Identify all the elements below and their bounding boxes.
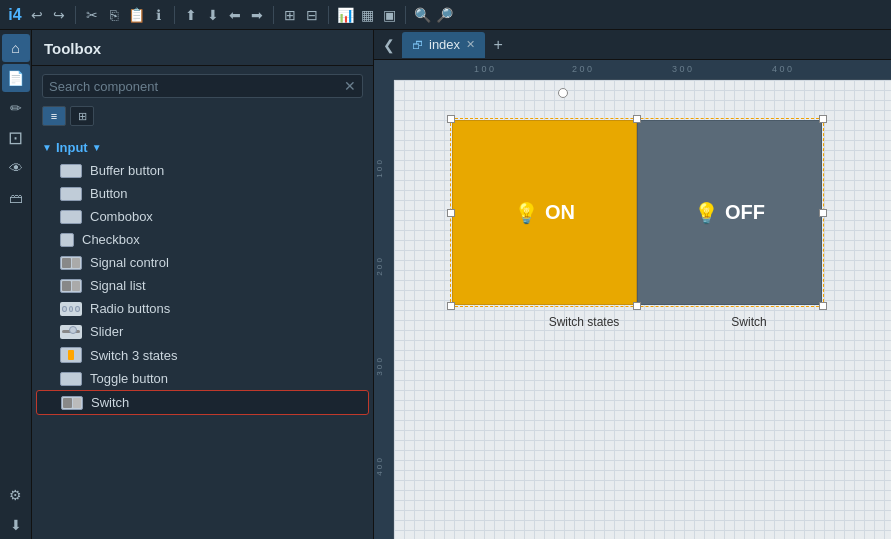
canvas-switch-states-label: Switch states [504,315,664,329]
canvas-content[interactable]: 💡 ON 💡 OFF [394,80,891,539]
group-input-header[interactable]: ▼ Input ▼ [32,134,373,159]
toggle-button-label: Toggle button [90,371,168,386]
list-item-combobox[interactable]: Combobox [32,205,373,228]
search-clear-button[interactable]: ✕ [344,78,356,94]
switch-icon [61,396,83,410]
list-item-signal-list[interactable]: Signal list [32,274,373,297]
combobox-icon [60,210,82,224]
list-item-slider[interactable]: Slider [32,320,373,343]
ruler-label-v400: 4 0 0 [375,458,384,476]
bar-button[interactable]: ▦ [358,6,376,24]
list-item-radio-buttons[interactable]: Radio buttons [32,297,373,320]
sidebar-item-download[interactable]: ⬇ [2,511,30,539]
ruler-top: 1 0 0 2 0 0 3 0 0 4 0 0 [394,60,891,80]
tab-index-icon: 🗗 [412,39,423,51]
sidebar-item-edit[interactable]: ✏ [2,94,30,122]
ruler-label-v200: 2 0 0 [375,258,384,276]
main-area: ⌂ 📄 ✏ ⊡ 👁 🗃 ⚙ ⬇ Toolbox ✕ ≡ ⊞ ▼ Input ▼ [0,30,891,539]
tab-index-label: index [429,37,460,52]
sep1 [75,6,76,24]
ruler-label-100: 1 0 0 [474,64,494,74]
paste-button[interactable]: 📋 [127,6,145,24]
switch-on-label: 💡 ON [514,201,575,225]
list-item-signal-control[interactable]: Signal control [32,251,373,274]
tab-back-button[interactable]: ❮ [378,34,400,56]
combobox-label: Combobox [90,209,153,224]
group-input-dropdown: ▼ [92,142,102,153]
list-item-button[interactable]: Button [32,182,373,205]
canvas-wrapper: 1 0 0 2 0 0 3 0 0 4 0 0 1 0 0 2 0 0 3 0 … [374,60,891,539]
grid-view-button[interactable]: ⊞ [70,106,94,126]
copy-button[interactable]: ⎘ [105,6,123,24]
top-toolbar: i4 ↩ ↪ ✂ ⎘ 📋 ℹ ⬆ ⬇ ⬅ ➡ ⊞ ⊟ 📊 ▦ ▣ 🔍 🔎 [0,0,891,30]
list-item-switch[interactable]: Switch [36,390,369,415]
group-input-label: Input [56,140,88,155]
app-logo: i4 [6,6,24,24]
switch-off-component[interactable]: 💡 OFF [637,120,822,305]
switch-on-text: ON [545,201,575,224]
toolbox-panel: Toolbox ✕ ≡ ⊞ ▼ Input ▼ Buffer button [32,30,374,539]
list-item-checkbox[interactable]: Checkbox [32,228,373,251]
signal-control-icon [60,256,82,270]
signal-control-label: Signal control [90,255,169,270]
frame-button[interactable]: ▣ [380,6,398,24]
search-area: ✕ [32,66,373,106]
sep3 [273,6,274,24]
signal-list-label: Signal list [90,278,146,293]
view-toggle: ≡ ⊞ [32,106,373,134]
cut-button[interactable]: ✂ [83,6,101,24]
checkbox-label: Checkbox [82,232,140,247]
zoom-button[interactable]: 🔍 [413,6,431,24]
align-left-button[interactable]: ⬅ [226,6,244,24]
tab-index-close[interactable]: ✕ [466,38,475,51]
list-item-buffer-button[interactable]: Buffer button [32,159,373,182]
button-label: Button [90,186,128,201]
sidebar-item-layers[interactable]: 📄 [2,64,30,92]
chart-button[interactable]: 📊 [336,6,354,24]
undo-button[interactable]: ↩ [28,6,46,24]
sidebar-item-eye[interactable]: 👁 [2,154,30,182]
search-input[interactable] [49,79,344,94]
switch-3-states-label: Switch 3 states [90,348,177,363]
buffer-button-label: Buffer button [90,163,164,178]
align-top-button[interactable]: ⬆ [182,6,200,24]
bulb-on-icon: 💡 [514,201,539,225]
ruler-corner [374,60,394,80]
signal-list-icon [60,279,82,293]
tab-add-button[interactable]: + [487,34,509,56]
radio-buttons-label: Radio buttons [90,301,170,316]
list-view-button[interactable]: ≡ [42,106,66,126]
buffer-button-icon [60,164,82,178]
radio-buttons-icon [60,302,82,316]
list-item-switch-3-states[interactable]: Switch 3 states [32,343,373,367]
sidebar-item-settings[interactable]: ⚙ [2,481,30,509]
redo-button[interactable]: ↪ [50,6,68,24]
canvas-switch-label: Switch [689,315,809,329]
zoom-out-button[interactable]: 🔎 [435,6,453,24]
switch-on-component[interactable]: 💡 ON [452,120,637,305]
slider-icon [60,325,82,339]
list-item-toggle-button[interactable]: Toggle button [32,367,373,390]
ruler-label-300: 3 0 0 [672,64,692,74]
grid-button[interactable]: ⊞ [281,6,299,24]
sidebar-item-components[interactable]: ⊡ [2,124,30,152]
ruler-label-v300: 3 0 0 [375,358,384,376]
sidebar-item-database[interactable]: 🗃 [2,184,30,212]
sep4 [328,6,329,24]
align-bottom-button[interactable]: ⬇ [204,6,222,24]
switch-off-text: OFF [725,201,765,224]
search-box: ✕ [42,74,363,98]
align-right-button[interactable]: ➡ [248,6,266,24]
tab-bar: ❮ 🗗 index ✕ + [374,30,891,60]
ruler-label-200: 2 0 0 [572,64,592,74]
tab-index[interactable]: 🗗 index ✕ [402,32,485,58]
switch-3-states-icon [60,347,82,363]
button-icon [60,187,82,201]
info-button[interactable]: ℹ [149,6,167,24]
sidebar-item-home[interactable]: ⌂ [2,34,30,62]
line-button[interactable]: ⊟ [303,6,321,24]
toolbox-title: Toolbox [32,30,373,66]
canvas-dot-marker [558,88,568,98]
slider-label: Slider [90,324,123,339]
left-sidebar: ⌂ 📄 ✏ ⊡ 👁 🗃 ⚙ ⬇ [0,30,32,539]
